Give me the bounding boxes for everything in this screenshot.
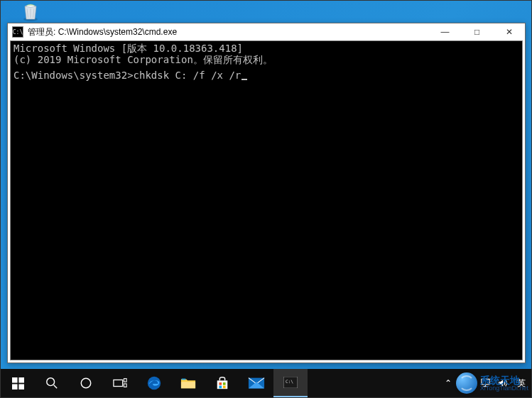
console-output[interactable]: Microsoft Windows [版本 10.0.18363.418](c)… (10, 40, 523, 360)
cmd-icon: C:\ (12, 26, 23, 38)
start-button[interactable] (1, 369, 35, 397)
search-button[interactable] (35, 369, 69, 397)
svg-rect-9 (124, 379, 126, 382)
tray-overflow-button[interactable]: ⌃ (442, 378, 455, 388)
cmd-icon: C:\ (283, 377, 298, 388)
svg-rect-13 (182, 379, 186, 380)
console-command: chkdsk C: /f /x /r (134, 70, 241, 81)
taskbar: C:\ ⌃ (1, 369, 531, 397)
svg-line-6 (54, 385, 58, 389)
shield-icon (462, 378, 472, 388)
taskbar-app-explorer[interactable] (171, 369, 205, 397)
close-button[interactable]: ✕ (493, 23, 525, 40)
windows-logo-icon (12, 377, 24, 389)
search-icon (45, 377, 58, 389)
console-line: Microsoft Windows [版本 10.0.18363.418] (13, 43, 519, 54)
svg-rect-24 (481, 379, 489, 385)
svg-rect-8 (114, 380, 123, 386)
svg-rect-12 (181, 382, 195, 388)
mail-icon (248, 377, 265, 389)
minimize-button[interactable]: — (429, 23, 461, 40)
taskbar-spacer (308, 369, 442, 397)
svg-rect-2 (18, 377, 24, 383)
cortana-icon (80, 377, 92, 389)
task-view-icon (113, 377, 127, 389)
store-icon (215, 376, 229, 390)
svg-point-5 (47, 378, 55, 386)
svg-rect-15 (223, 382, 226, 385)
volume-icon (498, 378, 509, 388)
taskbar-app-mail[interactable] (239, 369, 273, 397)
svg-text:C:\: C:\ (286, 379, 293, 384)
taskbar-app-cmd[interactable]: C:\ (273, 369, 308, 397)
svg-rect-14 (219, 382, 222, 385)
svg-rect-16 (219, 386, 222, 389)
cortana-button[interactable] (69, 369, 103, 397)
system-tray: ⌃ 英 (442, 369, 531, 397)
tray-network-icon[interactable] (479, 378, 492, 388)
svg-rect-1 (12, 377, 18, 383)
console-prompt-line: C:\Windows\system32>chkdsk C: /f /x /r (13, 70, 519, 81)
maximize-button[interactable]: □ (461, 23, 493, 40)
edge-icon (146, 375, 162, 391)
tray-security-icon[interactable] (460, 378, 473, 388)
taskbar-app-store[interactable] (205, 369, 239, 397)
svg-rect-3 (12, 384, 18, 389)
svg-rect-17 (223, 386, 226, 389)
taskbar-left: C:\ (1, 369, 308, 397)
svg-rect-10 (124, 384, 126, 387)
ime-indicator[interactable]: 英 (516, 377, 527, 389)
window-title: 管理员: C:\Windows\system32\cmd.exe (28, 26, 429, 38)
window-controls: — □ ✕ (429, 23, 525, 40)
file-explorer-icon (180, 376, 196, 390)
svg-rect-4 (18, 384, 24, 389)
network-icon (480, 378, 491, 388)
console-prompt: C:\Windows\system32> (13, 70, 134, 81)
text-cursor (241, 79, 247, 80)
task-view-button[interactable] (103, 369, 137, 397)
chevron-up-icon: ⌃ (445, 378, 452, 388)
svg-point-7 (81, 378, 91, 388)
console-line: (c) 2019 Microsoft Corporation。保留所有权利。 (13, 54, 519, 65)
taskbar-app-edge[interactable] (137, 369, 171, 397)
titlebar[interactable]: C:\ 管理员: C:\Windows\system32\cmd.exe — □… (8, 23, 525, 40)
recycle-bin-icon[interactable] (18, 2, 43, 22)
tray-volume-icon[interactable] (497, 378, 510, 388)
cmd-window: C:\ 管理员: C:\Windows\system32\cmd.exe — □… (7, 23, 526, 363)
